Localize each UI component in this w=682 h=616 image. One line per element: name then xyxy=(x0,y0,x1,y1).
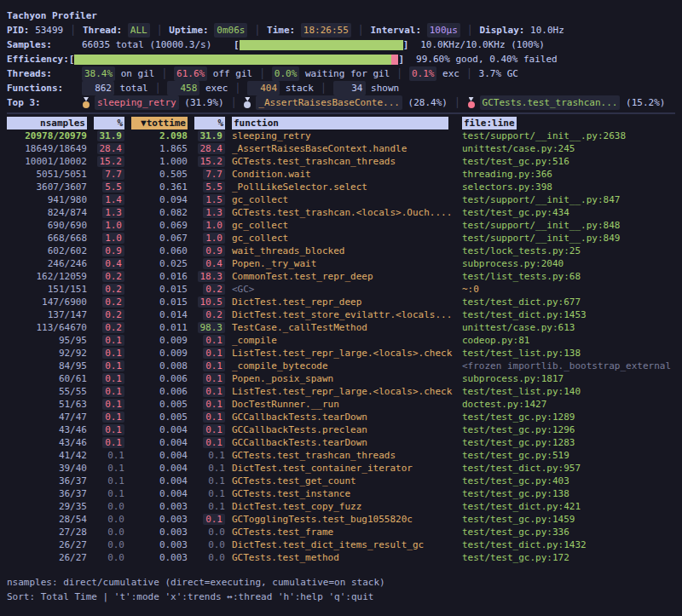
pct-cumulative-cell: 0.1 xyxy=(188,423,225,436)
table-row[interactable]: 26/270.00.0030.0DictTest.test_dict_items… xyxy=(7,538,675,551)
column-header-pct-cumulative[interactable]: % xyxy=(188,117,225,130)
pct-direct-cell: 0.1 xyxy=(87,436,124,449)
table-row[interactable]: 36/370.10.0040.1GCTests.test_instancetes… xyxy=(7,487,675,500)
function-stat-label: stack xyxy=(280,81,314,95)
file-line-cell: test/test_gc.py:1296 xyxy=(455,423,675,436)
nsamples-cell: 18649/18649 xyxy=(7,142,87,155)
table-row[interactable]: 18649/1864928.41.86528.4_AssertRaisesBas… xyxy=(7,142,675,155)
table-row[interactable]: 20978/2097931.92.09831.9sleeping_retryte… xyxy=(7,130,675,142)
pct-direct-cell: 0.2 xyxy=(87,296,124,308)
pct-cumulative-cell: 0.1 xyxy=(188,372,225,385)
file-line-cell: test/test_dict.py:677 xyxy=(455,296,675,308)
column-header-tottime-sorted[interactable]: ▼tottime xyxy=(124,117,188,130)
pct-cumulative-cell: 0.1 xyxy=(188,513,225,526)
table-row[interactable]: 47/470.10.0050.1GCCallbackTests.tearDown… xyxy=(7,411,675,423)
pct-direct-value: 0.1 xyxy=(107,488,124,499)
column-header-nsamples[interactable]: nsamples xyxy=(7,117,87,130)
file-line-cell: test/support/__init__.py:848 xyxy=(455,219,675,232)
table-row[interactable]: 84/950.10.0080.1_compile_bytecode<frozen… xyxy=(7,360,675,372)
tottime-cell: 0.006 xyxy=(124,385,188,398)
thread-stat-label: GC xyxy=(501,66,518,81)
function-cell: Popen._posix_spawn xyxy=(225,372,455,385)
pct-direct-value: 0.1 xyxy=(102,437,124,448)
nsamples-cell: 84/95 xyxy=(7,360,87,372)
table-row[interactable]: 43/460.10.0040.1GCCallbackTests.preclean… xyxy=(7,423,675,436)
tottime-cell: 0.004 xyxy=(124,423,188,436)
table-row[interactable]: 36/370.10.0040.1GCTests.test_get_countte… xyxy=(7,475,675,487)
table-row[interactable]: 113/646700.20.01198.3TestCase._callTestM… xyxy=(7,321,675,334)
file-line-cell: test/test_dict.py:421 xyxy=(455,500,675,513)
pct-cumulative-cell: 0.0 xyxy=(188,551,225,564)
pct-direct-value: 0.1 xyxy=(102,348,124,359)
table-row[interactable]: 92/920.10.0090.1ListTest.test_repr_large… xyxy=(7,347,675,360)
table-row[interactable]: 941/9801.40.0941.5gc_collecttest/support… xyxy=(7,193,675,206)
column-header-function[interactable]: function xyxy=(225,117,455,130)
thread-stat-label: waiting for gil xyxy=(299,66,390,81)
table-row[interactable]: 28/540.00.0030.1GCTogglingTests.test_bug… xyxy=(7,513,675,526)
file-line-header-label: file:line xyxy=(462,117,517,130)
table-row[interactable]: 162/120590.20.01618.3CommonTest.test_rep… xyxy=(7,270,675,283)
pct-direct-value: 0.9 xyxy=(102,245,124,256)
function-stat-label: total xyxy=(114,81,148,95)
pct-direct-value: 0.2 xyxy=(102,309,124,320)
nsamples-cell: 36/37 xyxy=(7,475,87,487)
table-row[interactable]: 668/6681.00.0671.0gc_collecttest/support… xyxy=(7,232,675,245)
function-cell: GCTests.test_trashcan_threads xyxy=(225,155,455,168)
info-item-value: 0m06s xyxy=(214,23,247,37)
tottime-cell: 1.865 xyxy=(124,142,188,155)
pct-direct-cell: 0.4 xyxy=(87,257,124,270)
pct-direct-value: 0.2 xyxy=(102,271,124,282)
pct-direct-cell: 0.1 xyxy=(87,360,124,372)
table-row[interactable]: 5051/50517.70.5057.7Condition.waitthread… xyxy=(7,168,675,181)
table-row[interactable]: 824/8741.30.0821.3GCTests.test_trashcan.… xyxy=(7,206,675,219)
nsamples-cell: 60/61 xyxy=(7,372,87,385)
table-row[interactable]: 3607/36075.50.3615.5_PollLikeSelector.se… xyxy=(7,181,675,193)
table-row[interactable]: 147/69000.20.01510.5DictTest.test_repr_d… xyxy=(7,296,675,308)
table-row[interactable]: 246/2460.40.0250.4Popen._try_waitsubproc… xyxy=(7,257,675,270)
table-row[interactable]: 137/1470.20.0140.2DictTest.test_store_ev… xyxy=(7,308,675,321)
table-row[interactable]: 29/350.00.0030.1DictTest.test_copy_fuzzt… xyxy=(7,500,675,513)
file-line-cell: ~:0 xyxy=(455,283,675,296)
nsamples-cell: 51/63 xyxy=(7,398,87,411)
nsamples-cell: 824/874 xyxy=(7,206,87,219)
function-cell: DictTest.test_copy_fuzz xyxy=(225,500,455,513)
table-row[interactable]: 26/270.00.0030.0GCTests.test_methodtest/… xyxy=(7,551,675,564)
table-row[interactable]: 602/6020.90.0600.9wait_threads_blockedte… xyxy=(7,245,675,257)
top3-function-name: sleeping_retry xyxy=(95,95,179,110)
pct-direct-cell: 0.0 xyxy=(87,551,124,564)
file-line-cell: test/test_dict.py:1432 xyxy=(455,538,675,551)
pct-direct-value: 0.1 xyxy=(102,412,124,423)
table-row[interactable]: 151/1510.20.0150.2<GC>~:0 xyxy=(7,283,675,296)
column-header-pct-direct[interactable]: % xyxy=(87,117,124,130)
table-row[interactable]: 27/280.00.0030.0GCTests.test_frametest/t… xyxy=(7,526,675,538)
nsamples-cell: 36/37 xyxy=(7,487,87,500)
function-cell: DictTest.test_repr_deep xyxy=(225,296,455,308)
thread-stat-label: off gil xyxy=(207,66,252,81)
top3-item: _AssertRaisesBaseConte... (28.4%) xyxy=(243,95,448,110)
table-row[interactable]: 43/460.10.0040.1GCCallbackTests.tearDown… xyxy=(7,436,675,449)
thread-stat: 38.4% on gil xyxy=(82,66,154,81)
column-header-file-line[interactable]: file:line xyxy=(455,117,675,130)
info-item-label: Uptime: xyxy=(169,23,214,37)
table-row[interactable]: 690/6901.00.0691.0gc_collecttest/support… xyxy=(7,219,675,232)
pct-cumulative-cell: 0.1 xyxy=(188,360,225,372)
table-row[interactable]: 39/400.10.0040.1DictTest.test_container_… xyxy=(7,462,675,475)
pct-cumulative-cell: 0.4 xyxy=(188,257,225,270)
pct-direct-value: 0.2 xyxy=(102,296,124,308)
info-bar: PID: 53499│Thread: ALL│Uptime: 0m06s│Tim… xyxy=(7,23,675,37)
table-row[interactable]: 51/630.10.0050.1DocTestRunner.__rundocte… xyxy=(7,398,675,411)
pct-cumulative-cell: 0.1 xyxy=(188,347,225,360)
function-cell: GCCallbackTests.preclean xyxy=(225,423,455,436)
table-row[interactable]: 55/550.10.0060.1ListTest.test_repr_large… xyxy=(7,385,675,398)
table-row[interactable]: 95/950.10.0090.1_compilecodeop.py:81 xyxy=(7,334,675,347)
table-row[interactable]: 41/420.10.0040.1GCTests.test_trashcan_th… xyxy=(7,449,675,462)
function-cell: CommonTest.test_repr_deep xyxy=(225,270,455,283)
top3-item: GCTests.test_trashcan... (15.2%) xyxy=(467,95,666,110)
pct-cumulative-cell: 0.1 xyxy=(188,411,225,423)
function-header-label: function xyxy=(232,117,448,130)
info-item-label: Display: xyxy=(479,23,530,37)
footer: nsamples: direct/cumulative (direct=exec… xyxy=(7,575,675,604)
table-row[interactable]: 60/610.10.0060.1Popen._posix_spawnsubpro… xyxy=(7,372,675,385)
table-row[interactable]: 10001/1000215.21.00015.2GCTests.test_tra… xyxy=(7,155,675,168)
pct-direct-value: 0.1 xyxy=(102,373,124,384)
